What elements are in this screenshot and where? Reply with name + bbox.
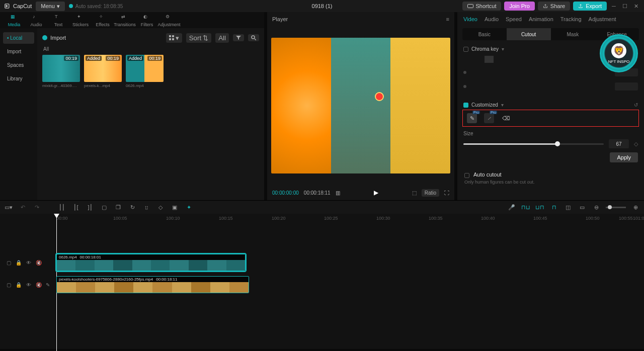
ruler-tick: 100:05	[113, 216, 127, 221]
added-badge: Added	[127, 56, 143, 61]
crop-tool[interactable]: ▣	[170, 203, 179, 212]
share-icon	[543, 4, 548, 9]
subtab-basic[interactable]: Basic	[462, 28, 507, 40]
snap-clip-toggle[interactable]: ⊓	[549, 203, 558, 212]
edit-icon[interactable]: ✎	[44, 281, 51, 288]
props-tab-video[interactable]: Video	[463, 16, 477, 22]
sidebar-item-import[interactable]: Import	[3, 46, 34, 57]
link-toggle[interactable]: ◫	[564, 203, 573, 212]
timeline-clip[interactable]: pexels-koolshooters-6975806-2880x2160-25…	[56, 276, 249, 293]
fullscreen-icon[interactable]: ⛶	[444, 190, 449, 196]
zoom-out-timeline[interactable]: ⊖	[592, 203, 601, 212]
media-thumb[interactable]: Added 00:19 0626.mp4	[126, 55, 164, 88]
ratio-button[interactable]: Ratio	[422, 189, 439, 197]
tool-tab-text[interactable]: TText	[47, 13, 69, 28]
tool-tab-effects[interactable]: ✧Effects	[92, 13, 114, 28]
join-pro-button[interactable]: Join Pro	[504, 2, 534, 11]
undo-button[interactable]: ↶	[18, 203, 27, 212]
filter-button[interactable]	[233, 34, 244, 41]
export-button[interactable]: Export	[573, 2, 607, 11]
document-title: 0918 (1)	[312, 3, 333, 9]
search-button[interactable]	[248, 34, 259, 41]
snap-track-toggle[interactable]: ⊔⊓	[535, 203, 544, 212]
import-button[interactable]: Import	[42, 35, 66, 41]
sort-button[interactable]: Sort ⇅	[186, 33, 211, 43]
track-visible-icon[interactable]: 👁	[25, 259, 32, 266]
duplicate-tool[interactable]: ❐	[114, 203, 123, 212]
pointer-tool[interactable]: ▭▾	[4, 203, 13, 212]
media-thumb[interactable]: Added 00:19 pexels-k...mp4	[84, 55, 122, 88]
view-mode-button[interactable]: ▾	[166, 33, 182, 43]
maximize-button[interactable]: ☐	[621, 2, 629, 10]
stickers-icon: ✦	[77, 14, 84, 21]
sidebar-item-library[interactable]: Library	[3, 73, 34, 84]
sidebar-item-spaces[interactable]: Spaces	[3, 59, 34, 71]
track-collapse-icon[interactable]: ▢	[5, 281, 12, 288]
props-tab-audio[interactable]: Audio	[485, 16, 499, 22]
preview-toggle[interactable]: ▭	[578, 203, 587, 212]
track-lock-icon[interactable]: 🔒	[15, 259, 22, 266]
redo-button[interactable]: ↷	[32, 203, 41, 212]
track-mute-icon[interactable]: 🔇	[35, 281, 42, 288]
subtab-mask[interactable]: Mask	[551, 28, 595, 40]
ruler-tick: 100:20	[272, 216, 286, 221]
menu-button[interactable]: Menu ▾	[36, 2, 65, 11]
stepper-icon[interactable]: ◇	[634, 141, 638, 147]
player-menu-icon[interactable]: ≡	[446, 16, 449, 22]
props-tab-speed[interactable]: Speed	[506, 16, 522, 22]
sidebar-item-local[interactable]: • Local	[3, 32, 34, 44]
chevron-down-icon: ▾	[501, 102, 504, 108]
preview-viewport[interactable]	[271, 38, 450, 173]
playhead-time: 00:00:00:00	[272, 190, 299, 196]
ruler-tick: 100:15	[219, 216, 233, 221]
auto-cutout-toggle[interactable]: Auto cutout	[473, 171, 502, 178]
tool-tab-audio[interactable]: ♪Audio	[25, 13, 47, 28]
track-lock-icon[interactable]: 🔒	[15, 281, 22, 288]
tool-tab-adjustment[interactable]: ⚙Adjustment	[158, 13, 180, 28]
minimize-button[interactable]: ─	[610, 2, 618, 10]
plus-icon	[42, 35, 47, 40]
track-visible-icon[interactable]: 👁	[25, 281, 32, 288]
track-mute-icon[interactable]: 🔇	[35, 259, 42, 266]
props-tab-animation[interactable]: Animation	[529, 16, 553, 22]
track-collapse-icon[interactable]: ▢	[5, 259, 12, 266]
tool-tab-transitions[interactable]: ⇄Transitions	[114, 13, 136, 28]
close-button[interactable]: ✕	[632, 2, 640, 10]
media-thumb[interactable]: 00:19 mixkit-gr...40369.mp4	[42, 55, 80, 88]
compare-icon[interactable]: ▥	[336, 190, 340, 196]
tool-tab-filters[interactable]: ◐Filters	[136, 13, 158, 28]
size-slider[interactable]	[463, 143, 604, 145]
split-tool[interactable]: ⎮⎮	[57, 203, 66, 212]
filter-all-button[interactable]: All	[215, 33, 229, 43]
tool-tab-stickers[interactable]: ✦Stickers	[69, 13, 92, 28]
brush-tool-button[interactable]: ✎Pro	[467, 113, 477, 123]
ruler-tick: 101:00	[633, 216, 644, 221]
split-right-tool[interactable]: ]⎮	[86, 203, 95, 212]
snapshot-icon[interactable]: ⬚	[412, 190, 417, 196]
subtab-cutout[interactable]: Cutout	[507, 28, 551, 40]
effects-icon: ✧	[99, 14, 106, 21]
share-button[interactable]: Share	[538, 2, 570, 11]
play-button[interactable]: ▶	[374, 189, 378, 196]
eraser-button[interactable]: ⌫	[501, 113, 511, 123]
shortcut-button[interactable]: Shortcut	[462, 2, 502, 11]
zoom-in-timeline[interactable]: ⊕	[631, 203, 640, 212]
mic-button[interactable]: 🎤	[507, 203, 516, 212]
reset-icon[interactable]: ↺	[634, 102, 638, 108]
ruler-tick: 100:10	[166, 216, 180, 221]
rotate-tool[interactable]: ◇	[156, 203, 165, 212]
auto-tool[interactable]: ✦	[184, 203, 193, 212]
delete-tool[interactable]: ▢	[100, 203, 109, 212]
snap-main-toggle[interactable]: ⊓⊔	[521, 203, 530, 212]
mirror-tool[interactable]: ⨿	[142, 203, 151, 212]
timeline-clip[interactable]: 0626.mp400:00:18:01	[56, 254, 246, 271]
quick-brush-button[interactable]: ⟋Pro	[484, 113, 494, 123]
apply-button[interactable]: Apply	[610, 152, 638, 162]
reverse-tool[interactable]: ↻	[128, 203, 137, 212]
tool-tab-media[interactable]: ▦Media	[3, 13, 25, 28]
customized-toggle[interactable]: Customized ▾ ↺	[463, 102, 638, 108]
split-left-tool[interactable]: ⎮[	[71, 203, 80, 212]
size-input[interactable]	[609, 139, 629, 148]
props-tab-tracking[interactable]: Tracking	[560, 16, 582, 22]
props-tab-adjustment[interactable]: Adjustment	[589, 16, 616, 22]
